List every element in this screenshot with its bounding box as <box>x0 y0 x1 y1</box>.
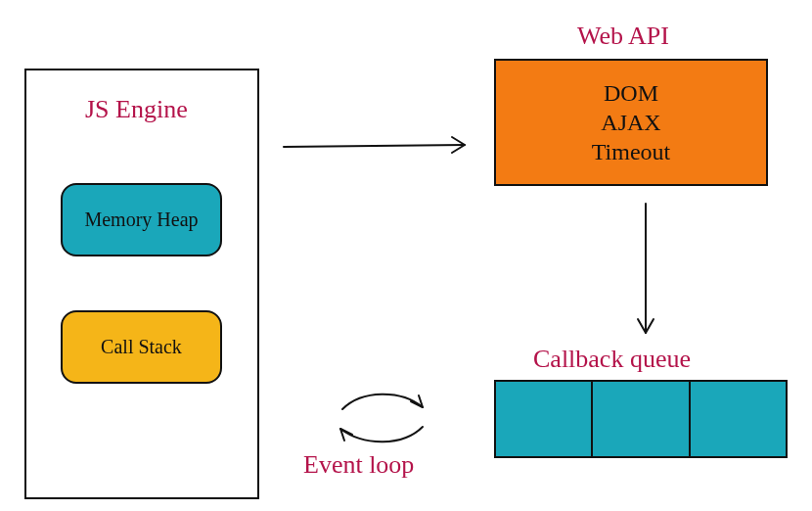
web-api-item: Timeout <box>592 137 670 166</box>
call-stack-label: Call Stack <box>101 336 182 358</box>
call-stack-box: Call Stack <box>61 310 222 384</box>
js-engine-title: JS Engine <box>85 95 188 124</box>
web-api-box: DOM AJAX Timeout <box>494 59 768 186</box>
arrow-webapi-to-queue <box>638 204 654 333</box>
js-engine-container: JS Engine Memory Heap Call Stack <box>24 69 259 499</box>
web-api-item: AJAX <box>601 108 660 137</box>
web-api-item: DOM <box>604 78 658 108</box>
callback-queue-slot <box>593 380 690 458</box>
callback-queue-title: Callback queue <box>533 345 691 374</box>
callback-queue-box <box>494 380 788 458</box>
event-loop-icon <box>340 395 423 442</box>
web-api-title: Web API <box>577 22 669 51</box>
arrow-engine-to-webapi <box>284 137 465 153</box>
event-loop-label: Event loop <box>303 450 414 480</box>
callback-queue-slot <box>691 380 788 458</box>
memory-heap-label: Memory Heap <box>84 209 198 231</box>
callback-queue-slot <box>494 380 593 458</box>
memory-heap-box: Memory Heap <box>61 183 222 256</box>
svg-line-0 <box>284 145 465 147</box>
